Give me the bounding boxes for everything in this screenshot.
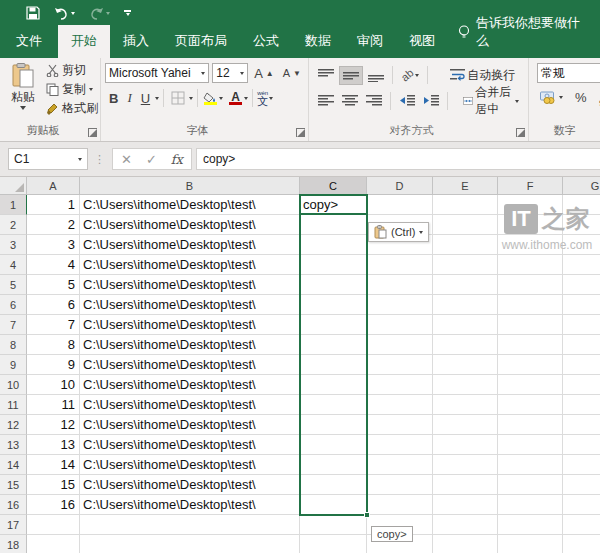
merge-center-button[interactable]: 合并后居中 (460, 82, 522, 120)
tab-item-3[interactable]: 公式 (240, 25, 292, 58)
cell-B5[interactable]: C:\Users\ithome\Desktop\test\ (80, 275, 300, 295)
redo-button[interactable] (89, 7, 110, 20)
format-painter-button[interactable]: 格式刷 (43, 99, 101, 118)
cell-C10[interactable] (300, 375, 367, 395)
row-header-4[interactable]: 4 (0, 255, 27, 275)
tab-item-2[interactable]: 页面布局 (162, 25, 240, 58)
phonetic-guide-button[interactable]: wén 文 (257, 90, 268, 107)
paste-button[interactable]: 粘贴 (5, 61, 41, 118)
row-header-5[interactable]: 5 (0, 275, 27, 295)
cell-E16[interactable] (433, 495, 498, 515)
cell-A10[interactable]: 10 (27, 375, 80, 395)
cell-C11[interactable] (300, 395, 367, 415)
column-header-C[interactable]: C (300, 177, 367, 195)
cell-B12[interactable]: C:\Users\ithome\Desktop\test\ (80, 415, 300, 435)
accounting-format-button[interactable] (537, 90, 566, 105)
select-all-corner[interactable] (0, 177, 27, 195)
number-format-combo[interactable]: 常规 (537, 63, 600, 83)
underline-button[interactable]: U (137, 90, 154, 107)
cell-A4[interactable]: 4 (27, 255, 80, 275)
cell-B15[interactable]: C:\Users\ithome\Desktop\test\ (80, 475, 300, 495)
row-header-12[interactable]: 12 (0, 415, 27, 435)
cell-A17[interactable] (27, 515, 80, 535)
paste-options-button[interactable]: (Ctrl) (368, 222, 429, 242)
cell-C18[interactable] (300, 535, 367, 553)
cell-F10[interactable] (498, 375, 563, 395)
insert-function-button[interactable]: fx (171, 152, 183, 167)
cell-G1[interactable] (563, 195, 600, 215)
cell-A15[interactable]: 15 (27, 475, 80, 495)
cell-F11[interactable] (498, 395, 563, 415)
tab-item-6[interactable]: 视图 (396, 25, 448, 58)
align-left-button[interactable] (315, 93, 337, 109)
cell-B3[interactable]: C:\Users\ithome\Desktop\test\ (80, 235, 300, 255)
column-header-F[interactable]: F (498, 177, 563, 195)
orientation-button[interactable]: ab (398, 67, 422, 83)
cell-B4[interactable]: C:\Users\ithome\Desktop\test\ (80, 255, 300, 275)
cell-D15[interactable] (367, 475, 433, 495)
cell-B17[interactable] (80, 515, 300, 535)
cell-G15[interactable] (563, 475, 600, 495)
row-header-8[interactable]: 8 (0, 335, 27, 355)
fill-color-button[interactable] (202, 92, 218, 105)
cell-F7[interactable] (498, 315, 563, 335)
cell-C4[interactable] (300, 255, 367, 275)
cell-E8[interactable] (433, 335, 498, 355)
cell-F5[interactable] (498, 275, 563, 295)
cell-F4[interactable] (498, 255, 563, 275)
row-header-15[interactable]: 15 (0, 475, 27, 495)
cell-C2[interactable] (300, 215, 367, 235)
cell-B2[interactable]: C:\Users\ithome\Desktop\test\ (80, 215, 300, 235)
cell-D6[interactable] (367, 295, 433, 315)
cell-A18[interactable] (27, 535, 80, 553)
decrease-font-button[interactable]: A▼ (280, 66, 304, 80)
cell-E12[interactable] (433, 415, 498, 435)
cell-F3[interactable] (498, 235, 563, 255)
align-bottom-button[interactable] (365, 67, 387, 84)
column-header-B[interactable]: B (80, 177, 300, 195)
cell-A14[interactable]: 14 (27, 455, 80, 475)
cell-B13[interactable]: C:\Users\ithome\Desktop\test\ (80, 435, 300, 455)
cell-F1[interactable] (498, 195, 563, 215)
row-header-10[interactable]: 10 (0, 375, 27, 395)
cell-D10[interactable] (367, 375, 433, 395)
cell-C8[interactable] (300, 335, 367, 355)
cell-E7[interactable] (433, 315, 498, 335)
cell-G14[interactable] (563, 455, 600, 475)
underline-dropdown-icon[interactable] (155, 97, 159, 100)
cell-G12[interactable] (563, 415, 600, 435)
cell-E3[interactable] (433, 235, 498, 255)
font-color-button[interactable]: A (228, 91, 243, 105)
align-top-button[interactable] (315, 67, 337, 84)
cell-D9[interactable] (367, 355, 433, 375)
cell-D14[interactable] (367, 455, 433, 475)
tab-item-4[interactable]: 数据 (292, 25, 344, 58)
fill-color-dropdown-icon[interactable] (219, 97, 223, 100)
borders-button[interactable] (168, 90, 188, 106)
tab-item-1[interactable]: 插入 (110, 25, 162, 58)
cell-D13[interactable] (367, 435, 433, 455)
cell-C14[interactable] (300, 455, 367, 475)
cell-F6[interactable] (498, 295, 563, 315)
font-name-combo[interactable]: Microsoft Yahei (105, 63, 209, 83)
cell-B18[interactable] (80, 535, 300, 553)
font-size-combo[interactable]: 12 (212, 63, 248, 83)
cell-A13[interactable]: 13 (27, 435, 80, 455)
tab-item-5[interactable]: 审阅 (344, 25, 396, 58)
increase-font-button[interactable]: A▲ (251, 65, 277, 82)
row-header-1[interactable]: 1 (0, 195, 27, 215)
cell-A1[interactable]: 1 (27, 195, 80, 215)
column-header-G[interactable]: G (563, 177, 600, 195)
clipboard-dialog-launcher-icon[interactable] (88, 128, 97, 137)
cell-F12[interactable] (498, 415, 563, 435)
cell-B8[interactable]: C:\Users\ithome\Desktop\test\ (80, 335, 300, 355)
row-header-11[interactable]: 11 (0, 395, 27, 415)
cell-E5[interactable] (433, 275, 498, 295)
save-button[interactable] (26, 6, 40, 20)
cell-B10[interactable]: C:\Users\ithome\Desktop\test\ (80, 375, 300, 395)
cell-C5[interactable] (300, 275, 367, 295)
cell-G10[interactable] (563, 375, 600, 395)
row-header-6[interactable]: 6 (0, 295, 27, 315)
row-header-3[interactable]: 3 (0, 235, 27, 255)
cell-D16[interactable] (367, 495, 433, 515)
